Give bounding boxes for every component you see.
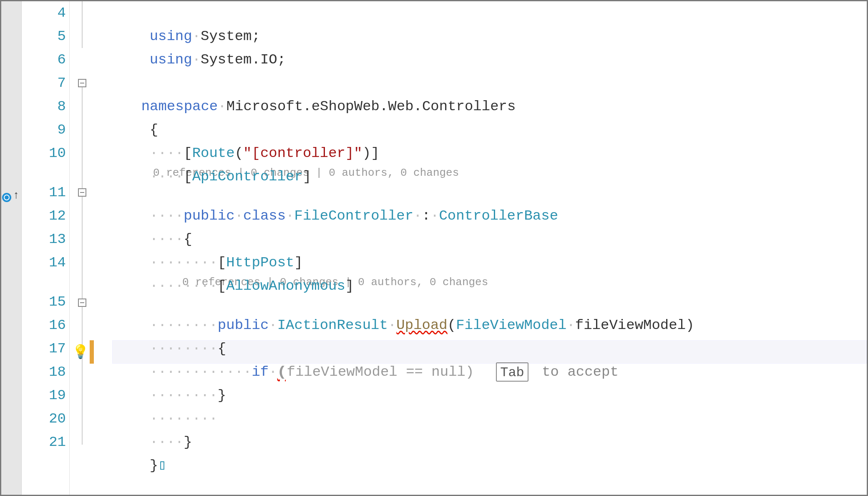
- line-number: 15: [22, 290, 69, 314]
- line-number-gutter: 4 5 6 7 8 9 10 11 12 13 14 15 16 17 18 1…: [22, 1, 70, 495]
- code-line[interactable]: [99, 48, 867, 71]
- line-number: 6: [22, 48, 69, 71]
- collapse-toggle[interactable]: [78, 79, 86, 87]
- line-number: 9: [22, 118, 69, 142]
- line-number: 21: [22, 430, 69, 454]
- outlining-gutter: 💡: [70, 1, 99, 495]
- line-number: 12: [22, 204, 69, 228]
- code-line[interactable]: using·System;: [99, 1, 867, 25]
- code-line[interactable]: ········public·IActionResult·Upload(File…: [99, 290, 867, 314]
- collapse-toggle[interactable]: [78, 188, 86, 197]
- line-number: 17: [22, 337, 69, 360]
- change-marker: [90, 340, 94, 364]
- left-margin: ↑: [1, 1, 22, 495]
- line-number: 20: [22, 407, 69, 430]
- line-number: 18: [22, 360, 69, 384]
- line-number: 13: [22, 228, 69, 251]
- lightbulb-icon[interactable]: 💡: [72, 344, 89, 360]
- line-number: 10: [22, 142, 69, 165]
- code-line[interactable]: }▯: [99, 430, 867, 454]
- arrow-up-icon: ↑: [13, 190, 20, 201]
- code-line[interactable]: ····public·class·FileController·:·Contro…: [99, 181, 867, 204]
- line-number: 11: [22, 181, 69, 204]
- line-number: 5: [22, 25, 69, 48]
- line-number: 14: [22, 251, 69, 274]
- code-line[interactable]: ········[HttpPost]: [99, 228, 867, 251]
- line-number: 7: [22, 71, 69, 95]
- code-line[interactable]: ········[AllowAnonymous]: [99, 251, 867, 274]
- line-number: 19: [22, 384, 69, 407]
- code-line[interactable]: {: [99, 95, 867, 118]
- code-line-current[interactable]: ············if·((fileViewModel == null) …: [99, 337, 867, 360]
- code-line[interactable]: ····[ApiController]: [99, 142, 867, 165]
- code-line[interactable]: ········}: [99, 360, 867, 384]
- code-editor[interactable]: using·System; using·System.IO; namespace…: [99, 1, 867, 495]
- code-line[interactable]: ····{: [99, 204, 867, 228]
- code-line[interactable]: ········: [99, 384, 867, 407]
- line-number: 8: [22, 95, 69, 118]
- code-line[interactable]: ····[Route("[controller]")]: [99, 118, 867, 142]
- code-line[interactable]: ····}: [99, 407, 867, 430]
- code-line[interactable]: namespace·Microsoft.eShopWeb.Web.Control…: [99, 71, 867, 95]
- line-number: 16: [22, 314, 69, 337]
- cursor-icon: ▯: [158, 458, 166, 473]
- collapse-toggle[interactable]: [78, 299, 86, 307]
- track-changes-icon: [2, 193, 11, 202]
- line-number: 4: [22, 1, 69, 25]
- code-line[interactable]: ········{: [99, 314, 867, 337]
- code-line[interactable]: using·System.IO;: [99, 25, 867, 48]
